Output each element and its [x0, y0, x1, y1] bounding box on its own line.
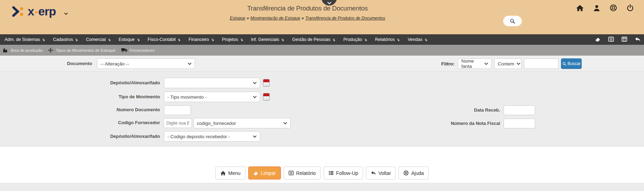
- menu-item-financeiro[interactable]: Financeiro: [185, 34, 218, 45]
- menu-item-projetos[interactable]: Projetos: [218, 34, 247, 45]
- filter-field-select[interactable]: Nome fanta: [458, 58, 492, 69]
- home-icon: [220, 171, 226, 176]
- deposito-calendar-icon[interactable]: [263, 79, 270, 86]
- breadcrumb-link[interactable]: Transfêrencia de Produtos de Documentos: [305, 16, 385, 21]
- menu-item-label: Adm. de Sistemas: [5, 37, 40, 42]
- list-icon: [328, 171, 334, 175]
- home-icon[interactable]: [576, 5, 584, 13]
- tab-fornecedores[interactable]: Fornecedores: [121, 45, 155, 56]
- filter-search-input[interactable]: [524, 58, 559, 69]
- tipo-movimento-calendar-icon[interactable]: [263, 93, 270, 100]
- deposito-recebedor-select[interactable]: - Codigo deposito recebedor -: [164, 131, 260, 142]
- breadcrumb-separator: »: [247, 16, 249, 21]
- chevron-down-icon: [283, 122, 287, 125]
- brand-dropdown-caret-icon[interactable]: [64, 10, 68, 16]
- documento-label: Documento: [56, 56, 92, 71]
- filter-operator-select[interactable]: Contem: [494, 58, 521, 69]
- back-reply-icon: [371, 171, 376, 175]
- codigo-fornecedor-select-value: codigo_fornecedor: [197, 121, 236, 126]
- breadcrumb-link[interactable]: Movimentação de Estoque: [250, 16, 300, 21]
- report-list-icon[interactable]: [608, 37, 614, 43]
- submenu-arrow-icon: [424, 38, 428, 42]
- submenu-arrow-icon: [108, 38, 111, 42]
- action-buttons-bar: Menu Limpar Relatório Follow-Up Voltar A…: [0, 147, 644, 183]
- tab-tipos-de-movimentos-de-estoque[interactable]: Tipos de Movimentos de Estoque: [48, 45, 115, 56]
- menu-item-label: Projetos: [222, 37, 238, 42]
- relatorio-button[interactable]: Relatório: [284, 167, 321, 179]
- menu-item-label: Produção: [343, 37, 362, 42]
- nota-fiscal-input[interactable]: [504, 119, 535, 128]
- logo-part: x: [28, 5, 34, 18]
- menu-item-label: Estoque: [119, 37, 135, 42]
- menu-item-estoque[interactable]: Estoque: [115, 34, 144, 45]
- submenu-arrow-icon: [75, 38, 78, 42]
- voltar-button[interactable]: Voltar: [366, 167, 396, 179]
- menu-item-comercial[interactable]: Comercial: [82, 34, 115, 45]
- breadcrumb-separator: »: [302, 16, 304, 21]
- factory-icon: [3, 48, 8, 53]
- filter-operator-value: Contem: [498, 61, 514, 66]
- documento-select[interactable]: -- Alteração --: [97, 58, 195, 69]
- grid-table-icon[interactable]: [622, 37, 627, 43]
- global-search-button[interactable]: [503, 16, 522, 26]
- limpar-button[interactable]: Limpar: [248, 167, 281, 179]
- buscar-button[interactable]: Buscar: [561, 58, 582, 69]
- menu-item-label: Cadastros: [53, 37, 73, 42]
- follow-up-button[interactable]: Follow-Up: [324, 167, 363, 179]
- clear-eraser-icon[interactable]: [595, 36, 601, 43]
- buscar-button-label: Buscar: [568, 61, 581, 66]
- footer-strip: [0, 183, 644, 191]
- deposito-almoxarifado-select[interactable]: [164, 78, 260, 88]
- menu-item-label: Fisco-Contábil: [148, 37, 176, 42]
- ajuda-button-label: Ajuda: [411, 170, 424, 176]
- numero-documento-label: Numero Documento: [81, 105, 160, 115]
- breadcrumb-link[interactable]: Estoque: [230, 16, 245, 21]
- move-arrows-icon: [48, 48, 53, 53]
- eraser-icon: [253, 170, 258, 176]
- menu-item-cadastros[interactable]: Cadastros: [49, 34, 82, 45]
- submenu-arrow-icon: [397, 38, 400, 42]
- menu-item-inf-gerenciais[interactable]: Inf. Gerenciais: [247, 34, 289, 45]
- report-list-icon: [289, 171, 294, 175]
- nota-fiscal-label: Número da Nota Fiscal: [403, 119, 500, 128]
- chevron-down-icon: [253, 96, 257, 98]
- menu-item-fisco-contabil[interactable]: Fisco-Contábil: [144, 34, 185, 45]
- chevron-down-icon: [517, 63, 520, 65]
- chevron-down-icon: [188, 63, 192, 65]
- submenu-arrow-icon: [240, 38, 243, 42]
- tab-label: Área de produção: [11, 48, 42, 52]
- menu-item-relatorios[interactable]: Relatórios: [371, 34, 404, 45]
- menu-item-gestao-de-pessoas[interactable]: Gestão de Pessoas: [288, 34, 339, 45]
- numero-documento-input[interactable]: [164, 105, 191, 115]
- truck-icon: [121, 48, 127, 53]
- help-lifering-icon[interactable]: [610, 4, 617, 13]
- menu-item-producao[interactable]: Produção: [339, 34, 371, 45]
- breadcrumb: Estoque»Movimentação de Estoque»Transfêr…: [230, 16, 385, 21]
- data-receb-input[interactable]: [504, 105, 535, 115]
- logout-power-icon[interactable]: [626, 4, 634, 13]
- tab-area-de-producao[interactable]: Área de produção: [3, 45, 42, 56]
- deposito-recebedor-select-value: - Codigo deposito recebedor -: [167, 134, 230, 139]
- brand-logo[interactable]: x-erp: [11, 5, 68, 18]
- filtro-label: Filtro:: [441, 61, 455, 66]
- logo-part: -: [34, 5, 38, 18]
- relatorio-button-label: Relatório: [296, 170, 316, 176]
- documento-select-value: -- Alteração --: [101, 61, 129, 66]
- submenu-arrow-icon: [364, 38, 367, 42]
- quick-tabs-bar: Área de produção Tipos de Movimentos de …: [0, 45, 644, 56]
- menu-item-adm-de-sistemas[interactable]: Adm. de Sistemas: [1, 34, 49, 45]
- menu-button[interactable]: Menu: [215, 167, 245, 179]
- user-icon[interactable]: [593, 5, 600, 13]
- limpar-button-label: Limpar: [261, 170, 276, 176]
- tab-label: Fornecedores: [130, 48, 155, 52]
- tab-label: Tipos de Movimentos de Estoque: [56, 48, 115, 52]
- codigo-fornecedor-input[interactable]: [164, 118, 192, 128]
- logo-part: erp: [38, 5, 56, 18]
- page-header: x-erp Transfêrencia de Produtos de Docum…: [0, 0, 644, 34]
- menu-item-vendas[interactable]: Vendas: [404, 34, 431, 45]
- chevron-down-icon: [253, 82, 257, 84]
- back-reply-icon[interactable]: [635, 37, 640, 43]
- ajuda-button[interactable]: Ajuda: [399, 167, 429, 179]
- codigo-fornecedor-select[interactable]: codigo_fornecedor: [193, 118, 291, 128]
- tipo-de-movimento-select[interactable]: - Tipo movimento -: [164, 92, 260, 102]
